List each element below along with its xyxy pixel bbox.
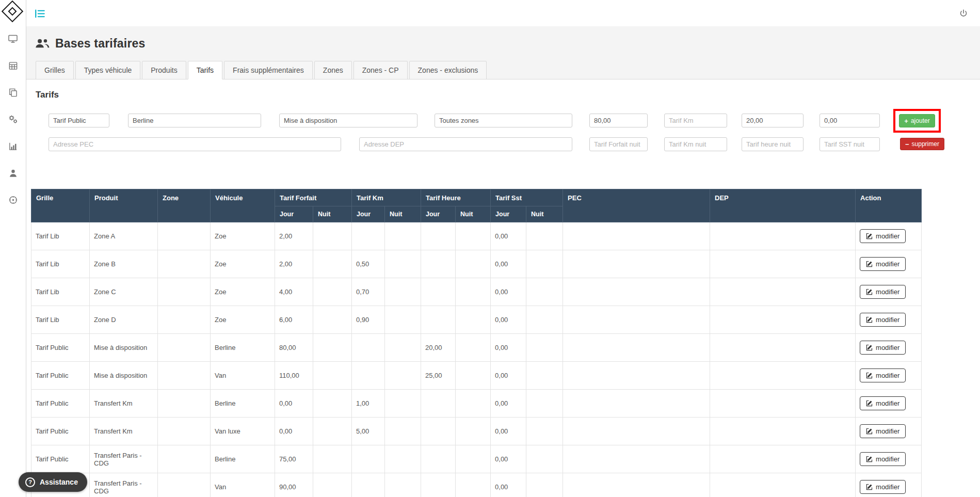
modifier-button[interactable]: modifier xyxy=(860,396,906,410)
user-icon xyxy=(8,168,18,178)
cell-km-jour xyxy=(352,473,385,497)
sidebar-toggle-button[interactable] xyxy=(34,7,46,20)
cell-action: modifier xyxy=(856,418,922,445)
vehicule-input[interactable] xyxy=(128,114,261,127)
cell-forfait-jour: 80,00 xyxy=(275,334,313,362)
cell-vehicule: Berline xyxy=(211,445,275,473)
cell-heure-nuit xyxy=(456,390,491,418)
modifier-button[interactable]: modifier xyxy=(860,480,906,494)
tab-tarifs[interactable]: Tarifs xyxy=(188,61,222,79)
assistance-button[interactable]: ? Assistance xyxy=(19,472,87,492)
cell-dep xyxy=(710,278,856,306)
tab-frais-supplementaires[interactable]: Frais supplémentaires xyxy=(224,61,313,79)
modifier-button[interactable]: modifier xyxy=(860,452,906,466)
col-grille: Grille xyxy=(31,189,90,222)
app-logo xyxy=(1,0,24,25)
cell-forfait-jour: 0,00 xyxy=(275,418,313,445)
tab-zones-cp[interactable]: Zones - CP xyxy=(354,61,408,79)
cell-vehicule: Van luxe xyxy=(211,418,275,445)
cell-heure-jour xyxy=(421,445,456,473)
cell-action: modifier xyxy=(856,334,922,362)
cell-heure-nuit xyxy=(456,418,491,445)
cell-produit: Zone D xyxy=(90,306,158,334)
tarif-forfait-input[interactable] xyxy=(589,114,648,127)
adresse-dep-input[interactable] xyxy=(359,137,572,151)
ajouter-button[interactable]: + ajouter xyxy=(899,114,935,127)
produit-input[interactable] xyxy=(279,114,417,127)
sidebar-item-desktop[interactable] xyxy=(7,33,19,44)
modifier-button[interactable]: modifier xyxy=(860,285,906,299)
cell-sst-nuit xyxy=(526,250,563,278)
cell-action: modifier xyxy=(856,362,922,390)
col-produit: Produit xyxy=(90,189,158,222)
tab-produits[interactable]: Produits xyxy=(142,61,186,79)
modifier-button[interactable]: modifier xyxy=(860,257,906,271)
sidebar-item-settings[interactable] xyxy=(7,114,19,125)
supprimer-button[interactable]: − supprimer xyxy=(900,138,944,150)
modifier-button[interactable]: modifier xyxy=(860,229,906,243)
sidebar-item-copy[interactable] xyxy=(7,87,19,98)
col-sst-jour: Jour xyxy=(491,206,526,222)
cell-heure-jour: 25,00 xyxy=(421,362,456,390)
cell-grille: Tarif Public xyxy=(31,334,90,362)
cell-forfait-nuit xyxy=(313,334,352,362)
sidebar-item-calendar[interactable] xyxy=(7,60,19,71)
power-button[interactable] xyxy=(958,8,969,19)
cell-sst-jour: 0,00 xyxy=(491,306,526,334)
cell-forfait-jour: 110,00 xyxy=(275,362,313,390)
tarif-km-input[interactable] xyxy=(664,114,727,127)
grille-input[interactable] xyxy=(49,114,109,127)
tarif-forfait-nuit-input[interactable] xyxy=(589,137,648,151)
cell-forfait-jour: 4,00 xyxy=(275,278,313,306)
tarif-sst-nuit-input[interactable] xyxy=(820,137,880,151)
tarif-sst-input[interactable] xyxy=(820,114,880,127)
power-icon xyxy=(959,9,968,18)
cell-heure-nuit xyxy=(456,278,491,306)
cell-forfait-nuit xyxy=(313,250,352,278)
cell-dep xyxy=(710,362,856,390)
calendar-icon xyxy=(8,61,18,71)
cell-zone xyxy=(158,473,211,497)
cell-sst-jour: 0,00 xyxy=(491,362,526,390)
cell-produit: Zone C xyxy=(90,278,158,306)
cell-produit: Mise à disposition xyxy=(90,362,158,390)
cell-heure-nuit xyxy=(456,445,491,473)
modifier-button[interactable]: modifier xyxy=(860,341,906,355)
cell-sst-nuit xyxy=(526,390,563,418)
tab-zones-exclusions[interactable]: Zones - exclusions xyxy=(409,61,487,79)
cell-zone xyxy=(158,334,211,362)
sidebar-item-user[interactable] xyxy=(7,167,19,179)
cell-vehicule: Van xyxy=(211,362,275,390)
modifier-button[interactable]: modifier xyxy=(860,424,906,438)
cell-zone xyxy=(158,306,211,334)
cell-pec xyxy=(563,250,710,278)
sidebar-item-location[interactable] xyxy=(7,194,19,205)
cell-heure-jour xyxy=(421,250,456,278)
tariff-form: + ajouter − supprimer xyxy=(49,114,980,165)
modifier-button[interactable]: modifier xyxy=(860,368,906,382)
pencil-icon xyxy=(866,261,873,267)
tab-types-vehicule[interactable]: Types véhicule xyxy=(75,61,141,79)
tab-grilles[interactable]: Grilles xyxy=(36,61,74,79)
cell-produit: Transfert Km xyxy=(90,390,158,418)
tarif-km-nuit-input[interactable] xyxy=(664,137,727,151)
cell-heure-jour: 20,00 xyxy=(421,334,456,362)
table-row: Tarif PublicMise à dispositionBerline80,… xyxy=(31,334,922,362)
cell-km-jour: 0,90 xyxy=(352,306,385,334)
cell-heure-jour xyxy=(421,222,456,250)
cell-zone xyxy=(158,222,211,250)
tarif-heure-nuit-input[interactable] xyxy=(742,137,804,151)
cell-km-jour: 0,70 xyxy=(352,278,385,306)
cell-grille: Tarif Lib xyxy=(31,250,90,278)
indent-list-icon xyxy=(35,9,45,18)
modifier-button[interactable]: modifier xyxy=(860,313,906,327)
sidebar-item-stats[interactable] xyxy=(7,140,19,152)
zone-input[interactable] xyxy=(435,114,572,127)
tarif-heure-input[interactable] xyxy=(742,114,804,127)
cell-km-nuit xyxy=(385,250,421,278)
adresse-pec-input[interactable] xyxy=(49,137,341,151)
tab-zones[interactable]: Zones xyxy=(314,61,352,79)
table-row: Tarif PublicTransfert KmVan luxe0,005,00… xyxy=(31,418,922,445)
col-heure-nuit: Nuit xyxy=(456,206,491,222)
cell-action: modifier xyxy=(856,278,922,306)
